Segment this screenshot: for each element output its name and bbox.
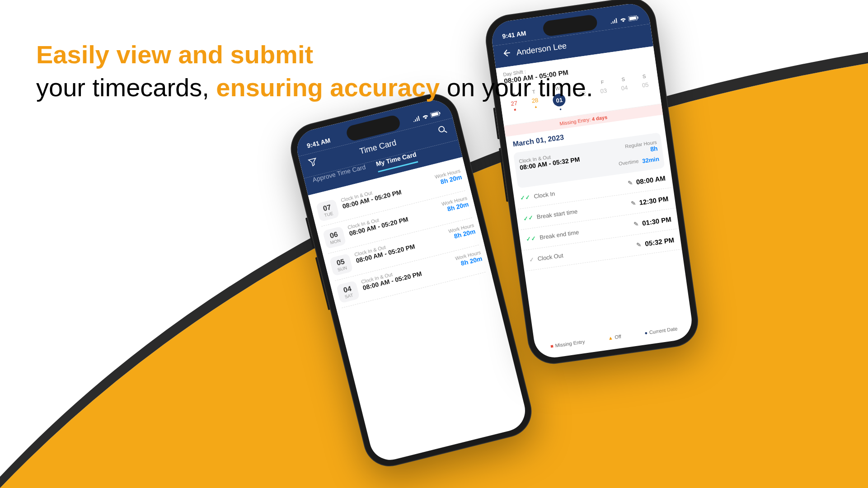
check-icon: ✓✓ [520, 193, 531, 202]
check-icon: ✓✓ [523, 214, 534, 222]
detail-time: 12:30 PM [639, 195, 669, 206]
search-icon[interactable] [437, 124, 448, 137]
status-icons [413, 110, 441, 122]
detail-label: Clock Out [537, 252, 564, 263]
headline-part-1: Easily view and submit [36, 40, 313, 69]
date-badge: 07TUE [316, 199, 340, 221]
weekday-03[interactable]: F03 [599, 79, 609, 105]
overtime-value: 32min [642, 155, 659, 164]
weekday-05[interactable]: S05 [641, 73, 651, 99]
detail-label: Break start time [536, 208, 578, 221]
detail-time: 08:00 AM [636, 174, 666, 186]
status-icons [610, 15, 638, 24]
svg-point-3 [438, 126, 445, 133]
headline-part-4: on your time. [440, 73, 593, 102]
weekday-04[interactable]: S04 [619, 76, 629, 102]
legend-current: ●Current Date [644, 326, 678, 336]
edit-icon[interactable]: ✎ [633, 221, 639, 228]
check-icon: ✓ [529, 256, 535, 263]
edit-icon[interactable]: ✎ [636, 241, 642, 248]
detail-time: 05:32 PM [644, 236, 675, 248]
svg-rect-5 [629, 16, 636, 20]
check-icon: ✓✓ [526, 235, 537, 243]
edit-icon[interactable]: ✎ [630, 200, 636, 207]
detail-label: Break end time [539, 229, 579, 241]
date-badge: 06MON [323, 226, 347, 249]
headline: Easily view and submit your timecards, e… [36, 38, 593, 104]
legend-missing: ■Missing Entry [550, 339, 585, 349]
legend-off: ▲Off [608, 333, 622, 341]
detail-time: 01:30 PM [642, 215, 672, 227]
overtime-label: Overtime [618, 158, 639, 168]
status-time: 9:41 AM [306, 136, 331, 149]
svg-rect-6 [637, 16, 638, 19]
svg-rect-1 [431, 112, 438, 116]
date-badge: 04SAT [336, 281, 360, 303]
filter-icon[interactable] [307, 157, 319, 169]
headline-part-3: ensuring accuracy [216, 73, 440, 102]
date-badge: 05SUN [329, 253, 353, 276]
detail-label: Clock In [534, 190, 556, 200]
edit-icon[interactable]: ✎ [627, 179, 633, 187]
headline-part-2: your timecards, [36, 73, 216, 102]
